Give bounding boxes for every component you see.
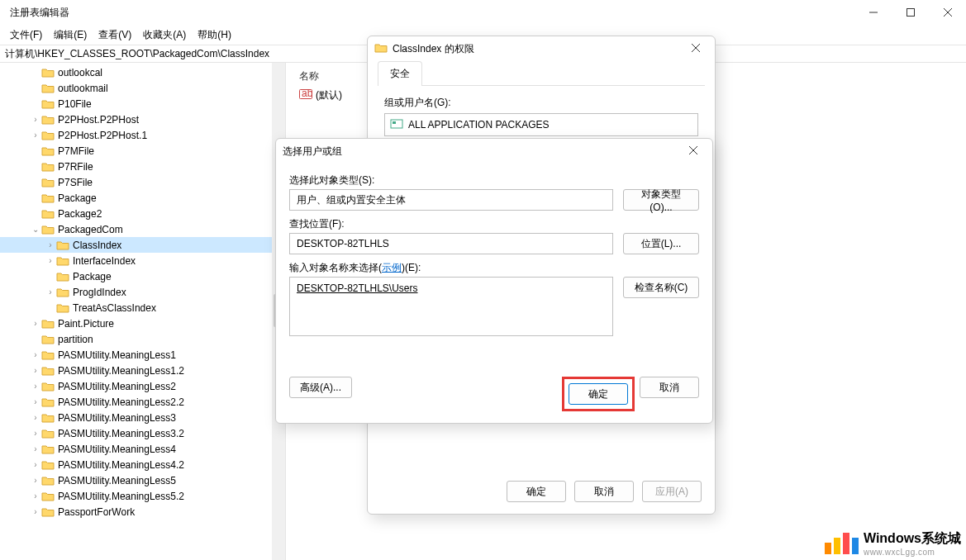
folder-icon: [41, 67, 55, 78]
tree-item-label: Package2: [58, 208, 102, 220]
chevron-right-icon[interactable]: ›: [30, 382, 41, 391]
watermark-brand: Windows系统城: [864, 531, 961, 545]
select-ok-button[interactable]: 确定: [569, 383, 628, 405]
chevron-right-icon[interactable]: ›: [45, 287, 56, 297]
tree-item[interactable]: partition: [0, 331, 285, 347]
tree-item[interactable]: ›PASMUtility.MeaningLess2.2: [0, 394, 285, 410]
chevron-right-icon[interactable]: ›: [30, 413, 41, 422]
chevron-right-icon[interactable]: ›: [30, 115, 41, 124]
tree-item[interactable]: Package: [0, 190, 285, 206]
column-name[interactable]: 名称: [293, 66, 326, 87]
tree-item-label: P7RFile: [58, 161, 93, 173]
chevron-right-icon[interactable]: ›: [30, 366, 41, 375]
tree-item[interactable]: ›ProgIdIndex: [0, 284, 285, 300]
folder-icon: [56, 255, 69, 267]
folder-icon: [41, 192, 55, 204]
tree-item-label: PASMUtility.MeaningLess5: [58, 475, 176, 486]
select-user-dialog: 选择用户或组 选择此对象类型(S): 用户、组或内置安全主体 对象类型(O)..…: [275, 138, 713, 424]
tree-item[interactable]: ›PASMUtility.MeaningLess5: [0, 472, 285, 488]
tree-item[interactable]: P7SFile: [0, 174, 285, 190]
check-names-button[interactable]: 检查名称(C): [623, 277, 699, 298]
menu-favorites[interactable]: 收藏夹(A): [138, 26, 191, 44]
folder-icon: [41, 475, 55, 486]
chevron-right-icon[interactable]: ›: [30, 491, 41, 501]
tree-item[interactable]: ›PASMUtility.MeaningLess3.2: [0, 425, 285, 441]
folder-icon: [41, 208, 55, 220]
minimize-button[interactable]: [854, 0, 892, 25]
tree-item[interactable]: ›PassportForWork: [0, 504, 285, 520]
permissions-ok-button[interactable]: 确定: [507, 481, 566, 502]
tree-item-label: ProgIdIndex: [73, 287, 126, 298]
select-close-button[interactable]: [681, 145, 706, 157]
chevron-right-icon[interactable]: ›: [30, 429, 41, 438]
tab-security[interactable]: 安全: [378, 61, 422, 86]
permissions-cancel-button[interactable]: 取消: [574, 481, 634, 502]
folder-icon: [41, 506, 55, 518]
chevron-right-icon[interactable]: ›: [30, 350, 41, 359]
chevron-down-icon[interactable]: ⌄: [30, 225, 41, 234]
tree-item-label: Paint.Picture: [58, 318, 114, 330]
tree-item[interactable]: outlookcal: [0, 64, 285, 80]
tree-item[interactable]: ›InterfaceIndex: [0, 253, 285, 268]
tree-item[interactable]: ›Paint.Picture: [0, 316, 285, 331]
folder-icon: [41, 349, 55, 361]
menu-help[interactable]: 帮助(H): [193, 26, 236, 44]
value-name: (默认): [316, 88, 342, 102]
select-cancel-button[interactable]: 取消: [640, 377, 699, 398]
menu-file[interactable]: 文件(F): [5, 26, 47, 44]
chevron-right-icon[interactable]: ›: [30, 319, 41, 328]
folder-icon: [41, 98, 55, 110]
group-users-list[interactable]: ALL APPLICATION PACKAGES: [384, 113, 698, 136]
tree-item[interactable]: Package2: [0, 206, 285, 221]
tree-item[interactable]: P10File: [0, 96, 285, 112]
object-type-label: 选择此对象类型(S):: [289, 173, 699, 187]
menu-edit[interactable]: 编辑(E): [49, 26, 92, 44]
object-types-button[interactable]: 对象类型(O)...: [623, 189, 699, 211]
advanced-button[interactable]: 高级(A)...: [289, 377, 352, 398]
tree-item[interactable]: ›PASMUtility.MeaningLess4.2: [0, 457, 285, 472]
folder-icon: [41, 224, 55, 235]
chevron-right-icon[interactable]: ›: [30, 476, 41, 485]
tree-item[interactable]: Package: [0, 268, 285, 284]
permissions-apply-button[interactable]: 应用(A): [642, 481, 702, 502]
folder-icon: [41, 114, 55, 126]
chevron-right-icon[interactable]: ›: [30, 131, 41, 140]
tree-item[interactable]: P7RFile: [0, 159, 285, 174]
tree-item[interactable]: ›PASMUtility.MeaningLess2: [0, 378, 285, 394]
folder-icon: [56, 302, 69, 314]
tree-item[interactable]: ⌄PackagedCom: [0, 221, 285, 237]
chevron-right-icon[interactable]: ›: [45, 256, 56, 265]
tree-item[interactable]: P7MFile: [0, 143, 285, 159]
close-button[interactable]: [929, 0, 966, 25]
tree-item[interactable]: TreatAsClassIndex: [0, 300, 285, 316]
tree-item-label: PassportForWork: [58, 506, 135, 518]
tree-item-label: PASMUtility.MeaningLess2: [58, 381, 176, 392]
tree-item-label: PASMUtility.MeaningLess1: [58, 349, 176, 361]
folder-icon: [41, 459, 55, 471]
tree-item[interactable]: ›PASMUtility.MeaningLess1.2: [0, 363, 285, 378]
tree-item[interactable]: ›PASMUtility.MeaningLess5.2: [0, 488, 285, 504]
chevron-right-icon[interactable]: ›: [30, 460, 41, 469]
tree-item[interactable]: ›PASMUtility.MeaningLess1: [0, 347, 285, 363]
watermark: Windows系统城 www.wxcLgg.com: [825, 530, 961, 557]
tree-item[interactable]: ›P2PHost.P2PHost.1: [0, 127, 285, 143]
permissions-close-button[interactable]: [683, 43, 708, 55]
tree-item[interactable]: ›P2PHost.P2PHost: [0, 112, 285, 127]
chevron-right-icon[interactable]: ›: [30, 507, 41, 516]
example-link[interactable]: 示例: [382, 262, 402, 273]
tree-item[interactable]: outlookmail: [0, 80, 285, 96]
tree-item-label: P2PHost.P2PHost: [58, 114, 139, 126]
tree-item[interactable]: ›ClassIndex: [0, 237, 285, 253]
tree-item-label: ClassIndex: [73, 240, 121, 251]
tree-item[interactable]: ›PASMUtility.MeaningLess3: [0, 410, 285, 425]
chevron-right-icon[interactable]: ›: [45, 240, 56, 249]
tree-item[interactable]: ›PASMUtility.MeaningLess4: [0, 441, 285, 457]
locations-button[interactable]: 位置(L)...: [623, 233, 699, 254]
object-names-input[interactable]: DESKTOP-82TLHLS\Users: [289, 277, 613, 336]
chevron-right-icon[interactable]: ›: [30, 397, 41, 406]
folder-icon: [41, 145, 55, 157]
maximize-button[interactable]: [892, 0, 929, 25]
chevron-right-icon[interactable]: ›: [30, 444, 41, 453]
registry-tree[interactable]: outlookcaloutlookmailP10File›P2PHost.P2P…: [0, 63, 286, 560]
menu-view[interactable]: 查看(V): [93, 26, 136, 44]
